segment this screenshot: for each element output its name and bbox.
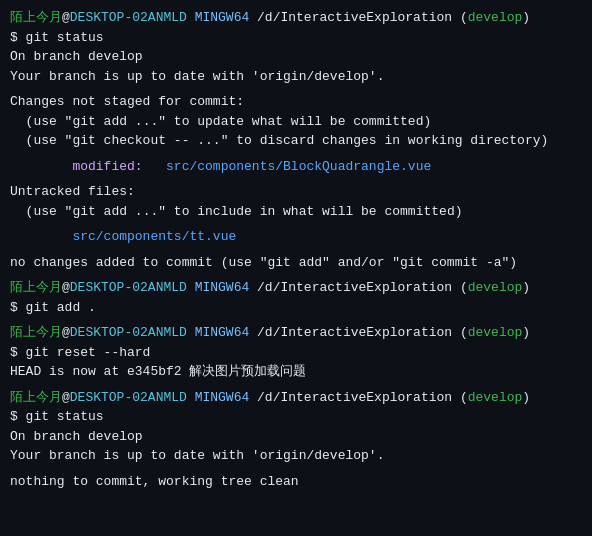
output-text: On branch develop bbox=[10, 49, 143, 64]
prompt-branch-open: ( bbox=[452, 280, 468, 295]
prompt-host: DESKTOP-02ANMLD bbox=[70, 390, 187, 405]
prompt-path: /d/InteractiveExploration bbox=[249, 325, 452, 340]
command-text: $ git add . bbox=[10, 300, 96, 315]
prompt-user: 陌上今月 bbox=[10, 10, 62, 25]
prompt-mingw: MINGW64 bbox=[195, 390, 250, 405]
prompt-path: /d/InteractiveExploration bbox=[249, 280, 452, 295]
output-text: Untracked files: bbox=[10, 184, 135, 199]
terminal-line: Your branch is up to date with 'origin/d… bbox=[10, 67, 582, 87]
prompt-space bbox=[187, 280, 195, 295]
terminal-line: On branch develop bbox=[10, 427, 582, 447]
output-text: (use "git checkout -- ..." to discard ch… bbox=[10, 133, 548, 148]
prompt-host: DESKTOP-02ANMLD bbox=[70, 10, 187, 25]
prompt-branch: develop bbox=[468, 325, 523, 340]
terminal-line: HEAD is now at e345bf2 解决图片预加载问题 bbox=[10, 362, 582, 382]
output-text: Your branch is up to date with 'origin/d… bbox=[10, 448, 384, 463]
prompt-branch-close: ) bbox=[522, 325, 530, 340]
prompt-at: @ bbox=[62, 10, 70, 25]
terminal-line: $ git status bbox=[10, 28, 582, 48]
prompt-host: DESKTOP-02ANMLD bbox=[70, 325, 187, 340]
terminal-line: no changes added to commit (use "git add… bbox=[10, 253, 582, 273]
output-text: (use "git add ..." to update what will b… bbox=[10, 114, 431, 129]
prompt-at: @ bbox=[62, 280, 70, 295]
terminal-line: (use "git add ..." to include in what wi… bbox=[10, 202, 582, 222]
command-text: $ git status bbox=[10, 409, 104, 424]
prompt-space bbox=[187, 390, 195, 405]
prompt-branch-open: ( bbox=[452, 10, 468, 25]
terminal-line: src/components/tt.vue bbox=[10, 227, 582, 247]
terminal-line: 陌上今月@DESKTOP-02ANMLD MINGW64 /d/Interact… bbox=[10, 388, 582, 408]
prompt-branch-close: ) bbox=[522, 280, 530, 295]
prompt-at: @ bbox=[62, 325, 70, 340]
prompt-user: 陌上今月 bbox=[10, 280, 62, 295]
prompt-branch-open: ( bbox=[452, 390, 468, 405]
terminal-line: 陌上今月@DESKTOP-02ANMLD MINGW64 /d/Interact… bbox=[10, 323, 582, 343]
prompt-path: /d/InteractiveExploration bbox=[249, 10, 452, 25]
prompt-space bbox=[187, 325, 195, 340]
output-text: Your branch is up to date with 'origin/d… bbox=[10, 69, 384, 84]
terminal-line: On branch develop bbox=[10, 47, 582, 67]
modified-filepath: src/components/BlockQuadrangle.vue bbox=[166, 159, 431, 174]
untracked-filepath: src/components/tt.vue bbox=[10, 229, 236, 244]
prompt-branch: develop bbox=[468, 280, 523, 295]
prompt-branch-open: ( bbox=[452, 325, 468, 340]
prompt-host: DESKTOP-02ANMLD bbox=[70, 280, 187, 295]
prompt-user: 陌上今月 bbox=[10, 390, 62, 405]
modified-label: modified: bbox=[10, 159, 166, 174]
terminal-line: $ git add . bbox=[10, 298, 582, 318]
prompt-branch-close: ) bbox=[522, 10, 530, 25]
output-text: On branch develop bbox=[10, 429, 143, 444]
prompt-path: /d/InteractiveExploration bbox=[249, 390, 452, 405]
terminal-line: (use "git add ..." to update what will b… bbox=[10, 112, 582, 132]
terminal-line: $ git reset --hard bbox=[10, 343, 582, 363]
prompt-space bbox=[187, 10, 195, 25]
prompt-mingw: MINGW64 bbox=[195, 325, 250, 340]
output-text: no changes added to commit (use "git add… bbox=[10, 255, 517, 270]
prompt-branch: develop bbox=[468, 390, 523, 405]
prompt-mingw: MINGW64 bbox=[195, 280, 250, 295]
terminal-line: modified: src/components/BlockQuadrangle… bbox=[10, 157, 582, 177]
terminal-line: 陌上今月@DESKTOP-02ANMLD MINGW64 /d/Interact… bbox=[10, 8, 582, 28]
terminal-window: 陌上今月@DESKTOP-02ANMLD MINGW64 /d/Interact… bbox=[0, 0, 592, 536]
prompt-mingw: MINGW64 bbox=[195, 10, 250, 25]
output-text: (use "git add ..." to include in what wi… bbox=[10, 204, 462, 219]
prompt-branch: develop bbox=[468, 10, 523, 25]
command-text: $ git reset --hard bbox=[10, 345, 150, 360]
output-text: nothing to commit, working tree clean bbox=[10, 474, 299, 489]
prompt-at: @ bbox=[62, 390, 70, 405]
output-text: HEAD is now at e345bf2 解决图片预加载问题 bbox=[10, 364, 306, 379]
command-text: $ git status bbox=[10, 30, 104, 45]
prompt-user: 陌上今月 bbox=[10, 325, 62, 340]
output-text: Changes not staged for commit: bbox=[10, 94, 244, 109]
terminal-line: 陌上今月@DESKTOP-02ANMLD MINGW64 /d/Interact… bbox=[10, 278, 582, 298]
prompt-branch-close: ) bbox=[522, 390, 530, 405]
terminal-line: Your branch is up to date with 'origin/d… bbox=[10, 446, 582, 466]
terminal-line: $ git status bbox=[10, 407, 582, 427]
terminal-line: (use "git checkout -- ..." to discard ch… bbox=[10, 131, 582, 151]
terminal-line: nothing to commit, working tree clean bbox=[10, 472, 582, 492]
terminal-line: Changes not staged for commit: bbox=[10, 92, 582, 112]
terminal-line: Untracked files: bbox=[10, 182, 582, 202]
